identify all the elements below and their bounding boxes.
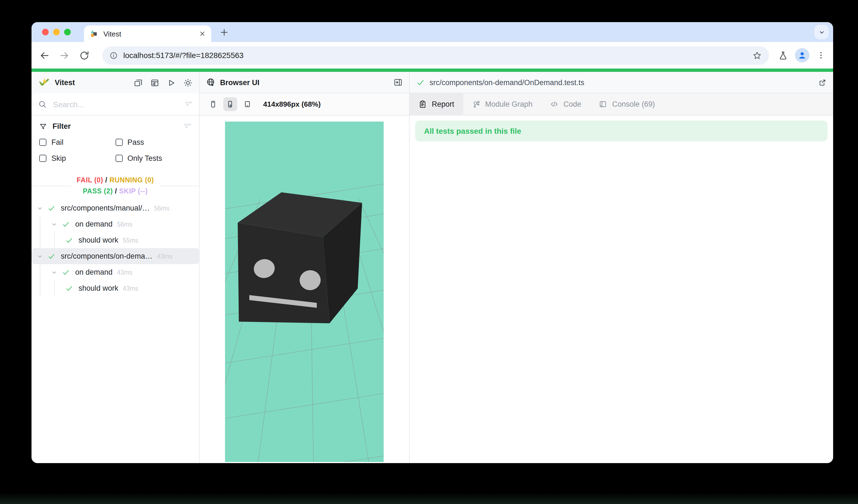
experiments-flask-icon[interactable] xyxy=(778,51,788,60)
indent-guide xyxy=(40,232,41,248)
tab-label: Code xyxy=(563,100,581,108)
close-tab-icon[interactable] xyxy=(199,30,206,37)
test-duration: 43ms xyxy=(157,253,173,259)
report-body: All tests passed in this file xyxy=(410,115,833,463)
clipboard-icon xyxy=(418,100,427,108)
open-external-icon[interactable] xyxy=(818,78,826,86)
threejs-scene xyxy=(225,121,384,462)
vitest-ui: Vitest Fi xyxy=(32,72,833,463)
minimize-window-button[interactable] xyxy=(53,29,60,35)
console-icon xyxy=(599,100,607,108)
tab-label: Report xyxy=(432,100,454,108)
checkbox-icon[interactable] xyxy=(115,155,123,162)
filter-header: Filter xyxy=(39,122,191,130)
tree-row-should-work[interactable]: should work43ms xyxy=(32,280,199,296)
site-info-icon[interactable] xyxy=(109,51,118,60)
tab-label: Module Graph xyxy=(485,100,533,108)
tree-row-src-components-manual[interactable]: src/components/manual/…56ms xyxy=(32,200,199,216)
tablet-icon xyxy=(243,100,252,108)
test-duration: 43ms xyxy=(123,285,138,292)
checkbox-icon[interactable] xyxy=(39,139,46,146)
checkbox-label: Skip xyxy=(51,154,66,162)
browser-tab-strip: Vitest xyxy=(32,22,833,42)
dock-panel-icon[interactable] xyxy=(394,78,402,87)
checkbox-icon[interactable] xyxy=(115,139,123,146)
browser-menu-button[interactable] xyxy=(816,51,825,60)
address-bar[interactable]: localhost:5173/#/?file=1828625563 xyxy=(102,46,769,64)
chevron-down-icon xyxy=(818,29,825,36)
device-phone-plus-button[interactable] xyxy=(223,97,237,111)
zoom-window-button[interactable] xyxy=(64,29,71,35)
test-summary: FAIL (0) / RUNNING (0) PASS (2) / SKIP (… xyxy=(32,175,199,197)
reload-button[interactable] xyxy=(79,50,90,61)
run-all-icon[interactable] xyxy=(167,78,176,87)
profile-avatar[interactable] xyxy=(795,48,809,63)
search-input[interactable] xyxy=(52,99,184,109)
forward-button[interactable] xyxy=(59,50,70,61)
tree-row-on-demand[interactable]: on demand56ms xyxy=(32,216,199,232)
test-duration: 56ms xyxy=(117,221,132,227)
collapse-panels-icon[interactable] xyxy=(134,78,143,87)
pass-check-icon xyxy=(65,284,73,292)
tab-search-button[interactable] xyxy=(814,25,829,39)
filter-option-fail[interactable]: Fail xyxy=(39,138,115,146)
chevron-down-icon[interactable] xyxy=(51,221,58,227)
pass-check-icon xyxy=(65,236,73,244)
file-header: src/components/on-demand/OnDemand.test.t… xyxy=(410,72,833,93)
sidebar-actions xyxy=(134,78,192,87)
file-pass-check-icon xyxy=(416,78,425,86)
tab-report[interactable]: Report xyxy=(410,93,463,115)
device-phone-button[interactable] xyxy=(206,97,220,111)
browser-ui-title: Browser UI xyxy=(220,78,259,86)
sidebar-header: Vitest xyxy=(32,72,199,93)
tree-row-should-work[interactable]: should work55ms xyxy=(32,232,199,248)
new-tab-button[interactable] xyxy=(220,27,229,37)
sidebar: Vitest Fi xyxy=(32,72,200,463)
filter-option-only-tests[interactable]: Only Tests xyxy=(115,154,191,162)
indent-guide xyxy=(40,216,41,232)
code-icon xyxy=(550,100,558,108)
checkbox-label: Only Tests xyxy=(127,154,162,162)
report-panel: src/components/on-demand/OnDemand.test.t… xyxy=(410,72,833,463)
browser-ui-header: Browser UI xyxy=(200,72,409,93)
viewport-size-label: 414x896px (68%) xyxy=(263,100,321,108)
device-tablet-button[interactable] xyxy=(240,97,254,111)
filter-title: Filter xyxy=(52,122,71,130)
funnel-icon xyxy=(39,123,47,130)
back-button[interactable] xyxy=(39,50,50,61)
vitest-logo-icon xyxy=(38,77,50,88)
checkbox-icon[interactable] xyxy=(39,155,46,162)
search-icon xyxy=(38,100,46,108)
phone-plus-icon xyxy=(226,100,234,108)
tree-row-src-components-on-dema[interactable]: src/components/on-dema…43ms xyxy=(32,248,199,264)
all-passed-banner: All tests passed in this file xyxy=(415,120,828,142)
tab-code[interactable]: Code xyxy=(541,93,590,115)
dashboard-icon[interactable] xyxy=(150,78,159,87)
test-label: src/components/on-dema… xyxy=(61,252,153,260)
clear-filters-icon[interactable] xyxy=(183,122,191,130)
filter-option-skip[interactable]: Skip xyxy=(39,154,115,162)
preview-area xyxy=(200,115,409,463)
clear-search-filter-icon[interactable] xyxy=(184,100,192,108)
test-label: should work xyxy=(79,284,118,292)
url-text: localhost:5173/#/?file=1828625563 xyxy=(123,51,752,60)
bookmark-star-icon[interactable] xyxy=(752,51,762,60)
tab-module-graph[interactable]: Module Graph xyxy=(463,93,541,115)
filter-options: FailPassSkipOnly Tests xyxy=(39,138,191,162)
chevron-down-icon[interactable] xyxy=(36,205,43,211)
theme-toggle-icon[interactable] xyxy=(184,78,192,87)
search-row xyxy=(32,93,199,115)
fail-count: FAIL (0) xyxy=(77,176,103,184)
app-title: Vitest xyxy=(55,79,75,87)
test-duration: 43ms xyxy=(117,269,132,276)
tree-row-on-demand[interactable]: on demand43ms xyxy=(32,264,199,280)
indent-guide xyxy=(54,232,55,248)
close-window-button[interactable] xyxy=(42,29,49,35)
chevron-down-icon[interactable] xyxy=(51,269,58,276)
browser-tab[interactable]: Vitest xyxy=(84,26,211,42)
filter-option-pass[interactable]: Pass xyxy=(115,138,191,146)
tab-console-69[interactable]: Console (69) xyxy=(590,93,664,115)
chevron-down-icon[interactable] xyxy=(36,253,43,259)
person-icon xyxy=(797,50,807,60)
preview-canvas[interactable] xyxy=(225,121,384,462)
